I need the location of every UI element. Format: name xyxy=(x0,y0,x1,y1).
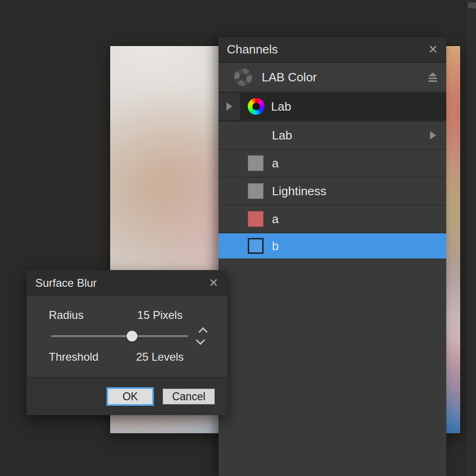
channel-swatch[interactable] xyxy=(248,238,264,254)
menu-bar-icon xyxy=(429,80,437,82)
document-row[interactable]: LAB Color xyxy=(218,63,446,93)
cancel-button[interactable]: Cancel xyxy=(163,389,215,404)
close-icon[interactable]: ✕ xyxy=(209,277,218,289)
dialog-footer: OK Cancel xyxy=(26,377,227,415)
layer-row-label: Lab xyxy=(271,99,291,114)
channel-row-a-gray[interactable]: a xyxy=(218,150,446,178)
ok-button[interactable]: OK xyxy=(108,389,152,404)
dock-tab[interactable] xyxy=(468,2,476,8)
channels-panel: Channels ✕ LAB Color Lab Lab xyxy=(218,37,446,476)
lab-color-icon xyxy=(234,68,252,86)
channel-label: b xyxy=(272,239,278,253)
menu-bar-icon xyxy=(429,78,437,79)
app-screen: Channels ✕ LAB Color Lab Lab xyxy=(0,0,476,476)
channel-swatch[interactable] xyxy=(248,155,264,171)
radius-slider-thumb[interactable] xyxy=(127,331,138,342)
channel-swatch[interactable] xyxy=(248,211,264,227)
channel-row-lab-composite[interactable]: Lab xyxy=(218,122,446,150)
channel-row-a-red[interactable]: a xyxy=(218,205,446,233)
radius-row: Radius 15 Pixels xyxy=(26,304,227,326)
expand-arrow-icon xyxy=(226,102,232,111)
dialog-titlebar[interactable]: Surface Blur ✕ xyxy=(26,270,227,296)
dialog-title: Surface Blur xyxy=(35,277,97,290)
channel-label: a xyxy=(272,156,278,171)
channels-panel-title: Channels xyxy=(227,42,278,57)
channel-label: Lightiness xyxy=(272,184,326,198)
submenu-arrow-icon[interactable] xyxy=(430,131,436,139)
threshold-label: Threshold xyxy=(26,350,119,364)
radius-slider[interactable] xyxy=(51,335,188,337)
dialog-body: Radius 15 Pixels Threshold 25 Levels xyxy=(26,296,227,377)
radius-label: Radius xyxy=(26,309,119,322)
radius-stepper[interactable] xyxy=(198,329,205,344)
right-dock-edge xyxy=(465,0,476,476)
expand-gutter[interactable] xyxy=(218,93,240,120)
channel-swatch[interactable] xyxy=(248,183,264,199)
triangle-up-icon xyxy=(429,73,437,76)
channel-row-b-selected[interactable]: b xyxy=(218,233,446,259)
color-wheel-icon xyxy=(248,98,264,115)
stepper-up-icon[interactable] xyxy=(198,327,208,337)
close-icon[interactable]: ✕ xyxy=(428,44,438,55)
channel-label: a xyxy=(272,212,278,226)
radius-value[interactable]: 15 Pixels xyxy=(119,309,227,322)
channel-row-lightiness[interactable]: Lightiness xyxy=(218,178,446,205)
radius-slider-row xyxy=(26,326,227,346)
panel-empty-area xyxy=(218,259,446,476)
threshold-row: Threshold 25 Levels xyxy=(26,346,227,368)
channels-panel-header: Channels ✕ xyxy=(218,37,446,63)
panel-menu-icon[interactable] xyxy=(429,73,437,82)
threshold-value[interactable]: 25 Levels xyxy=(119,350,227,364)
layer-row[interactable]: Lab xyxy=(218,93,446,122)
stepper-down-icon[interactable] xyxy=(196,336,205,345)
channel-label: Lab xyxy=(272,128,292,143)
document-row-label: LAB Color xyxy=(262,70,317,85)
surface-blur-dialog: Surface Blur ✕ Radius 15 Pixels Threshol… xyxy=(26,270,227,415)
